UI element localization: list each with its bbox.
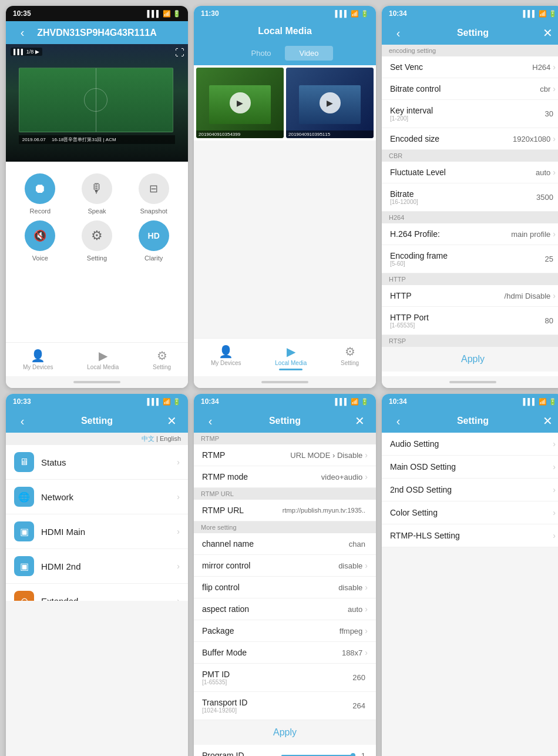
more-settings-empty bbox=[382, 594, 558, 756]
nav-setting-p2[interactable]: ⚙ Setting bbox=[335, 342, 365, 373]
row-flip-control[interactable]: flip control disable › bbox=[194, 577, 376, 598]
row-set-venc[interactable]: Set Venc H264 › bbox=[382, 56, 558, 78]
video-thumb-2[interactable]: ▶ 2019040910395115 bbox=[286, 68, 374, 138]
tab-video[interactable]: Video bbox=[285, 46, 332, 61]
value-package: ffmpeg bbox=[339, 627, 363, 635]
row-rtmp-url[interactable]: RTMP URL rtmp://publish.myun.tv:1935.. bbox=[194, 500, 376, 521]
row-bitrate-control[interactable]: Bitrate control cbr › bbox=[382, 78, 558, 100]
close-button-p4[interactable]: ✕ bbox=[163, 414, 180, 428]
row-fluctuate[interactable]: Fluctuate Level auto › bbox=[382, 162, 558, 183]
controls-area: ⏺ Record 🎙 Speak ⊟ Snapshot 🔇 Voice ⚙ Se… bbox=[6, 162, 188, 342]
row-pmt-id[interactable]: PMT ID [1-65535] 260 bbox=[194, 664, 376, 692]
nav-local-media[interactable]: ▶ Local Media bbox=[81, 346, 125, 373]
row-rtsp[interactable]: RTSP [1-65535] 554 bbox=[382, 372, 558, 376]
menu-item-hdmi-2nd[interactable]: ▣ HDMI 2nd › bbox=[6, 549, 188, 584]
apply-button-p3[interactable]: Apply bbox=[382, 347, 558, 372]
icon-wrap-extended: ⊙ bbox=[14, 591, 34, 601]
play-btn-2[interactable]: ▶ bbox=[320, 92, 341, 113]
value-encoding-frame: 25 bbox=[545, 255, 553, 263]
menu-left-hdmi-main: ▣ HDMI Main bbox=[14, 521, 85, 541]
item-audio-setting[interactable]: Audio Setting › bbox=[382, 433, 558, 456]
value-http: /hdmi Disable bbox=[505, 292, 551, 300]
panel-rtmp-setting: 10:34 ▌▌▌ 📶 🔋 ‹ Setting ✕ RTMP RTMP URL … bbox=[194, 394, 376, 756]
extended-icon: ⊙ bbox=[21, 596, 28, 601]
row-http[interactable]: HTTP /hdmi Disable › bbox=[382, 285, 558, 307]
menu-item-status[interactable]: 🖥 Status › bbox=[6, 445, 188, 480]
nav-my-devices[interactable]: 👤 My Devices bbox=[17, 346, 59, 373]
home-indicator-p2 bbox=[194, 376, 376, 388]
row-encoded-size[interactable]: Encoded size 1920x1080 › bbox=[382, 128, 558, 150]
close-button-p5[interactable]: ✕ bbox=[351, 414, 368, 428]
nav-local-media-p2[interactable]: ▶ Local Media bbox=[269, 342, 312, 373]
row-bitrate[interactable]: Bitrate [16-12000] 3500 bbox=[382, 183, 558, 212]
bottom-nav-p2: 👤 My Devices ▶ Local Media ⚙ Setting bbox=[194, 338, 376, 376]
item-main-osd-setting[interactable]: Main OSD Setting › bbox=[382, 456, 558, 479]
row-mirror-control[interactable]: mirror control disable › bbox=[194, 555, 376, 577]
row-encoding-frame[interactable]: Encoding frame [5-60] 25 bbox=[382, 245, 558, 273]
time-p3: 10:34 bbox=[389, 9, 407, 18]
value-fluctuate: auto bbox=[536, 168, 550, 177]
row-channel-name[interactable]: channel name chan bbox=[194, 533, 376, 555]
label-channel-name: channel name bbox=[202, 539, 349, 548]
value-rtmp-mode: video+audio bbox=[321, 473, 362, 481]
media-empty-area bbox=[194, 141, 376, 338]
clarity-button[interactable]: HD bbox=[139, 220, 169, 251]
back-button-p6[interactable]: ‹ bbox=[390, 414, 406, 428]
arrow-hdmi-2nd: › bbox=[177, 561, 180, 571]
row-rtmp[interactable]: RTMP URL MODE › Disable › bbox=[194, 444, 376, 466]
apply-button-p5[interactable]: Apply bbox=[194, 720, 376, 745]
item-color-setting[interactable]: Color Setting › bbox=[382, 501, 558, 524]
row-package[interactable]: Package ffmpeg › bbox=[194, 620, 376, 642]
setting-button[interactable]: ⚙ bbox=[82, 220, 112, 251]
lang-chinese[interactable]: 中文 bbox=[142, 435, 154, 442]
nav-setting[interactable]: ⚙ Setting bbox=[147, 346, 177, 373]
label-pmt-id-wrap: PMT ID [1-65535] bbox=[202, 670, 230, 685]
snapshot-button[interactable]: ⊟ bbox=[139, 173, 169, 204]
item-rtmp-hls-setting[interactable]: RTMP-HLS Setting › bbox=[382, 524, 558, 547]
menu-item-extended[interactable]: ⊙ Extended › bbox=[6, 584, 188, 601]
fullscreen-icon[interactable]: ⛶ bbox=[175, 48, 184, 58]
speak-button[interactable]: 🎙 bbox=[82, 173, 112, 204]
tab-photo[interactable]: Photo bbox=[237, 46, 285, 61]
voice-button[interactable]: 🔇 bbox=[25, 220, 55, 251]
item-2nd-osd-setting[interactable]: 2nd OSD Setting › bbox=[382, 479, 558, 501]
row-aspect-ratio[interactable]: aspect ration auto › bbox=[194, 598, 376, 620]
back-button-p4[interactable]: ‹ bbox=[14, 414, 31, 428]
time-p1: 10:35 bbox=[13, 9, 31, 18]
play-btn-1[interactable]: ▶ bbox=[230, 92, 251, 113]
video-background: ▌▌▌ 1/8 ▶ 2019.06.07 16-18晋辛普单打第31回 | AC… bbox=[6, 44, 188, 162]
nav-my-devices-p2[interactable]: 👤 My Devices bbox=[205, 342, 247, 373]
menu-item-network[interactable]: 🌐 Network › bbox=[6, 480, 188, 514]
row-rtmp-mode[interactable]: RTMP mode video+audio › bbox=[194, 466, 376, 488]
row-h264-profile[interactable]: H.264 Profile: main profile › bbox=[382, 223, 558, 245]
row-buffer-mode[interactable]: Buffer Mode 188x7 › bbox=[194, 642, 376, 664]
value-buffer-mode: 188x7 bbox=[342, 648, 362, 657]
menu-label-network: Network bbox=[41, 492, 73, 502]
nav-icon-setting-p2: ⚙ bbox=[345, 344, 355, 359]
row-http-port[interactable]: HTTP Port [1-65535] 80 bbox=[382, 307, 558, 335]
setting-label: Setting bbox=[87, 255, 107, 262]
lang-english[interactable]: English bbox=[160, 435, 181, 442]
video-thumb-1[interactable]: ▶ 2019040910354399 bbox=[196, 68, 284, 138]
record-button[interactable]: ⏺ bbox=[25, 173, 55, 204]
label-bitrate: Bitrate bbox=[390, 189, 418, 199]
row-transport-id[interactable]: Transport ID [1024-19260] 264 bbox=[194, 692, 376, 720]
header-title-p5: Setting bbox=[219, 416, 351, 426]
close-button-p3[interactable]: ✕ bbox=[539, 26, 556, 40]
header-title-p2: Local Media bbox=[219, 26, 351, 36]
label-mirror-control: mirror control bbox=[202, 561, 338, 570]
header-bar-p3: ‹ Setting ✕ bbox=[382, 21, 558, 45]
lang-bar: 中文 | English bbox=[6, 433, 188, 445]
back-button-p5[interactable]: ‹ bbox=[202, 414, 219, 428]
close-button-p6[interactable]: ✕ bbox=[539, 414, 556, 428]
value-rtmp-url: rtmp://publish.myun.tv:1935.. bbox=[283, 507, 365, 514]
panel-more-settings: 10:34 ▌▌▌ 📶 🔋 ‹ Setting ✕ Audio Setting … bbox=[382, 394, 558, 756]
row-key-interval[interactable]: Key interval [1-200] 30 bbox=[382, 100, 558, 128]
panel-video-player: 10:35 ▌▌▌ 📶 🔋 ‹ ZHVDN31SP9H4G43R111A ▌▌▌… bbox=[6, 6, 188, 388]
back-button-p1[interactable]: ‹ bbox=[14, 26, 31, 39]
label-transport-id-wrap: Transport ID [1024-19260] bbox=[202, 698, 247, 714]
back-button-p3[interactable]: ‹ bbox=[390, 26, 406, 40]
header-title-p3: Setting bbox=[406, 28, 539, 38]
media-tabs: Photo Video bbox=[194, 41, 376, 65]
menu-item-hdmi-main[interactable]: ▣ HDMI Main › bbox=[6, 514, 188, 549]
